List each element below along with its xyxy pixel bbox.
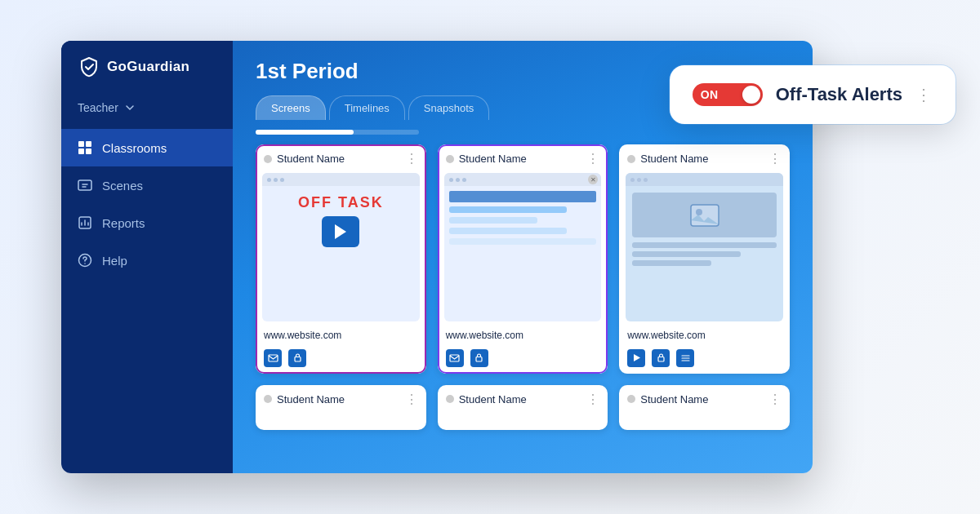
sidebar-item-label-classrooms: Classrooms: [102, 141, 167, 155]
more-options-4[interactable]: ⋮: [405, 392, 418, 407]
toggle-on-label: ON: [693, 83, 727, 106]
sidebar-user-menu[interactable]: Teacher: [61, 93, 233, 129]
student-status-dot-2: [446, 155, 454, 163]
student-name-6: Student Name: [640, 393, 764, 405]
user-role-label: Teacher: [78, 101, 118, 114]
student-card-header-5: Student Name ⋮: [438, 385, 608, 414]
text-line-2: [632, 251, 741, 257]
sidebar-item-label-help: Help: [102, 254, 127, 268]
browser-dot-6: [462, 178, 466, 182]
sidebar-item-scenes[interactable]: Scenes: [61, 166, 233, 204]
browser-bar-2: ✕: [444, 173, 602, 186]
student-card-header-3: Student Name ⋮: [619, 144, 790, 173]
block-action-1[interactable]: [288, 349, 306, 367]
student-status-dot-5: [446, 395, 454, 403]
svg-point-13: [696, 209, 702, 215]
sidebar-item-reports[interactable]: Reports: [61, 204, 233, 241]
list-action-3[interactable]: [676, 349, 694, 367]
student-name-5: Student Name: [459, 393, 582, 405]
classrooms-icon: [78, 140, 92, 155]
svg-rect-15: [658, 357, 664, 362]
student-status-dot-4: [264, 395, 272, 403]
browser-dot-2: [274, 178, 278, 182]
toggle-switch[interactable]: ON: [693, 83, 763, 106]
student-actions-2: [438, 346, 608, 374]
browser-bar-1: [262, 173, 420, 186]
svg-rect-0: [78, 141, 84, 147]
svg-rect-3: [86, 148, 91, 154]
student-url-2: www.website.com: [438, 326, 608, 346]
svg-rect-2: [78, 148, 84, 154]
browser-bar-3: [626, 173, 783, 186]
play-icon-3: [631, 352, 642, 363]
svg-point-7: [84, 263, 86, 264]
content-line-2: [449, 206, 568, 213]
list-icon: [680, 352, 691, 363]
more-options-3[interactable]: ⋮: [768, 151, 782, 166]
student-card-1[interactable]: Student Name ⋮ OFF TASK: [256, 144, 426, 374]
sidebar-item-help[interactable]: Help: [61, 241, 233, 279]
student-card-6[interactable]: Student Name ⋮: [619, 385, 790, 430]
more-options-1[interactable]: ⋮: [405, 151, 418, 166]
play-icon: [335, 224, 346, 239]
sidebar-item-label-scenes: Scenes: [102, 179, 143, 193]
sidebar-nav: Classrooms Scenes Reports: [61, 129, 233, 473]
lock-icon: [292, 352, 303, 363]
svg-rect-8: [269, 355, 278, 361]
tab-screens[interactable]: Screens: [256, 95, 326, 120]
student-screen-1: OFF TASK: [262, 173, 420, 321]
video-icon-box: [322, 216, 359, 247]
progress-bar-background: [256, 130, 419, 135]
b-dot-8: [637, 178, 641, 182]
student-status-dot-3: [627, 155, 635, 163]
svg-rect-4: [78, 180, 91, 190]
sidebar-logo: GoGuardian: [61, 41, 233, 93]
student-screen-3: [626, 173, 783, 321]
student-screen-2: ✕: [444, 173, 602, 321]
svg-rect-10: [450, 355, 459, 361]
sidebar-item-classrooms[interactable]: Classrooms: [61, 129, 233, 166]
play-action-3[interactable]: [627, 349, 645, 367]
more-options-2[interactable]: ⋮: [586, 151, 599, 166]
browser-dot-3: [280, 178, 284, 182]
progress-bar-fill: [256, 130, 354, 135]
student-url-3: www.website.com: [619, 326, 790, 346]
student-card-2[interactable]: Student Name ⋮ ✕: [438, 144, 608, 374]
student-card-5[interactable]: Student Name ⋮: [438, 385, 608, 430]
tab-timelines[interactable]: Timelines: [329, 95, 405, 120]
text-line-1: [632, 242, 777, 248]
off-task-overlay: OFF TASK: [262, 186, 420, 255]
student-card-header-2: Student Name ⋮: [438, 144, 608, 173]
off-task-alerts-card: ON Off-Task Alerts ⋮: [670, 65, 956, 124]
browser-dot-4: [449, 178, 453, 182]
browser-content-2: [444, 186, 602, 250]
more-options-5[interactable]: ⋮: [586, 392, 599, 407]
student-card-header-1: Student Name ⋮: [256, 144, 426, 173]
svg-rect-1: [86, 141, 91, 147]
more-options-6[interactable]: ⋮: [768, 392, 782, 407]
student-card-3[interactable]: Student Name ⋮: [619, 144, 790, 374]
email-action-1[interactable]: [264, 349, 282, 367]
student-card-header-4: Student Name ⋮: [256, 385, 426, 414]
student-actions-1: [256, 346, 426, 374]
student-url-1: www.website.com: [256, 326, 426, 346]
content-line-4: [449, 228, 568, 234]
block-action-2[interactable]: [470, 349, 488, 367]
sidebar-item-label-reports: Reports: [102, 216, 145, 230]
student-name-4: Student Name: [277, 393, 400, 405]
help-icon: [78, 253, 92, 268]
student-card-4[interactable]: Student Name ⋮: [256, 385, 426, 430]
student-status-dot-6: [627, 395, 635, 403]
email-action-2[interactable]: [446, 349, 464, 367]
block-action-3[interactable]: [652, 349, 670, 367]
floating-more-options[interactable]: ⋮: [915, 85, 933, 104]
screen-content-3: [626, 186, 783, 273]
student-name-3: Student Name: [640, 153, 764, 165]
svg-rect-11: [476, 357, 482, 362]
student-grid: Student Name ⋮ OFF TASK: [233, 141, 813, 473]
tab-snapshots[interactable]: Snapshots: [408, 95, 489, 120]
outer-wrapper: GoGuardian Teacher Classrooms: [0, 0, 980, 514]
email-icon-2: [449, 352, 460, 363]
toggle-knob: [742, 86, 760, 104]
chevron-down-icon: [123, 101, 136, 114]
